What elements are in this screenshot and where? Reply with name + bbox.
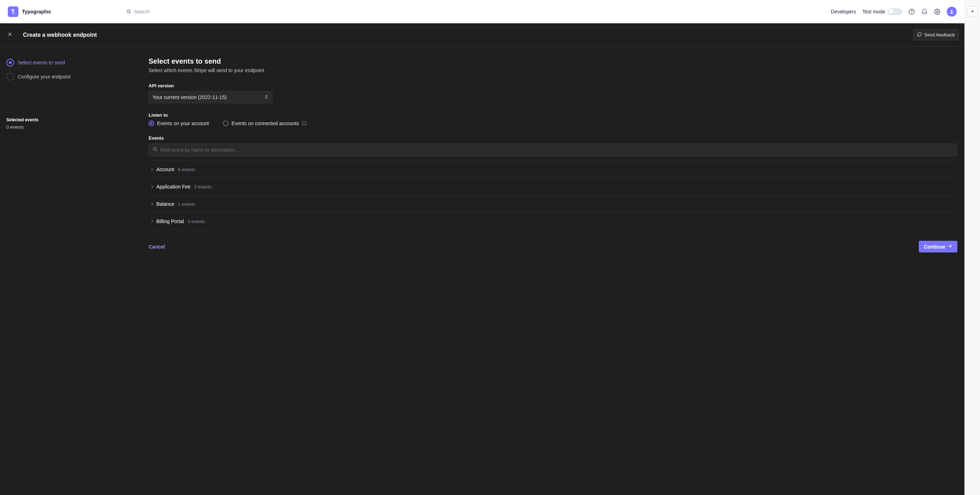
chevron-right-icon (150, 167, 154, 171)
radio-events-connected[interactable]: Events on connected accounts (223, 121, 307, 126)
category-name: Application Fee (156, 184, 191, 189)
selected-events-summary: Selected events 0 events (6, 117, 135, 130)
events-label: Events (149, 135, 957, 141)
comment-icon (917, 32, 922, 38)
category-name: Balance (156, 201, 174, 207)
send-feedback-label: Send feedback (924, 32, 955, 38)
category-name: Billing Portal (156, 219, 184, 224)
arrow-right-icon (947, 244, 952, 250)
radio-selected-icon (149, 121, 154, 126)
testmode-toggle[interactable] (888, 8, 902, 15)
chevron-right-icon (150, 219, 154, 224)
events-search-input[interactable] (160, 147, 953, 153)
events-search[interactable] (149, 144, 957, 156)
step-indicator-active-icon (6, 59, 14, 67)
topbar: ¶ Typographic Developers Test mode (0, 0, 964, 23)
steps-sidebar: Select events to send Configure your end… (0, 47, 142, 495)
notifications-icon[interactable] (921, 8, 928, 15)
search-input[interactable] (134, 9, 205, 14)
api-version-label: API version (149, 83, 957, 88)
continue-button[interactable]: Continue (919, 241, 957, 252)
step-label: Configure your endpoint (18, 74, 70, 79)
category-count: 3 events (188, 219, 205, 224)
event-category-row[interactable]: Billing Portal 3 events (149, 213, 957, 230)
info-icon[interactable] (302, 121, 307, 126)
radio-account-label: Events on your account (157, 121, 209, 126)
category-name: Account (156, 167, 174, 172)
select-chevron-icon (264, 94, 269, 100)
brand[interactable]: ¶ Typographic (8, 6, 51, 17)
svg-point-0 (127, 10, 130, 13)
radio-unselected-icon (223, 121, 229, 126)
svg-point-11 (153, 148, 156, 150)
settings-icon[interactable] (934, 8, 940, 15)
global-search[interactable] (126, 9, 827, 14)
brand-name: Typographic (22, 9, 51, 14)
developers-link[interactable]: Developers (831, 9, 856, 14)
event-category-row[interactable]: Application Fee 3 events (149, 178, 957, 195)
category-count: 3 events (194, 184, 212, 189)
listen-to-label: Listen to (149, 113, 957, 118)
svg-line-1 (130, 13, 131, 13)
radio-events-account[interactable]: Events on your account (149, 121, 209, 126)
add-panel-button[interactable] (967, 6, 977, 16)
right-panel (964, 0, 980, 495)
api-version-value: Your current version (2022-11-15) (153, 94, 227, 100)
send-feedback-button[interactable]: Send feedback (913, 29, 959, 40)
continue-label: Continue (924, 244, 945, 250)
category-count: 6 events (178, 167, 195, 172)
step-indicator-pending-icon (6, 73, 14, 81)
brand-logo-icon: ¶ (8, 6, 18, 17)
event-category-row[interactable]: Account 6 events (149, 160, 957, 178)
svg-point-4 (937, 11, 938, 13)
search-icon (126, 9, 131, 14)
chevron-right-icon (150, 202, 154, 206)
radio-connected-label: Events on connected accounts (231, 121, 299, 126)
selected-events-title: Selected events (6, 117, 135, 122)
cancel-button[interactable]: Cancel (149, 244, 165, 250)
event-category-row[interactable]: Balance 1 events (149, 195, 957, 213)
close-icon[interactable] (6, 30, 18, 40)
svg-line-12 (156, 150, 157, 151)
panel-subheading: Select which events Stripe will send to … (149, 68, 957, 73)
subheader-title: Create a webhook endpoint (23, 32, 97, 38)
chevron-right-icon (150, 184, 154, 189)
step-select-events[interactable]: Select events to send (6, 57, 135, 68)
panel-heading: Select events to send (149, 57, 957, 65)
testmode-label: Test mode (862, 9, 885, 14)
subheader: Create a webhook endpoint Send feedback (0, 23, 964, 47)
category-count: 1 events (178, 201, 195, 207)
help-icon[interactable] (908, 8, 915, 15)
svg-point-5 (951, 10, 953, 12)
selected-events-count: 0 events (6, 124, 135, 130)
avatar[interactable] (947, 7, 957, 17)
main-panel: Select events to send Select which event… (142, 47, 964, 495)
api-version-select[interactable]: Your current version (2022-11-15) (149, 91, 272, 103)
step-configure-endpoint[interactable]: Configure your endpoint (6, 71, 135, 82)
testmode-toggle-group: Test mode (862, 8, 902, 15)
search-icon (153, 147, 158, 153)
step-label: Select events to send (18, 60, 65, 65)
